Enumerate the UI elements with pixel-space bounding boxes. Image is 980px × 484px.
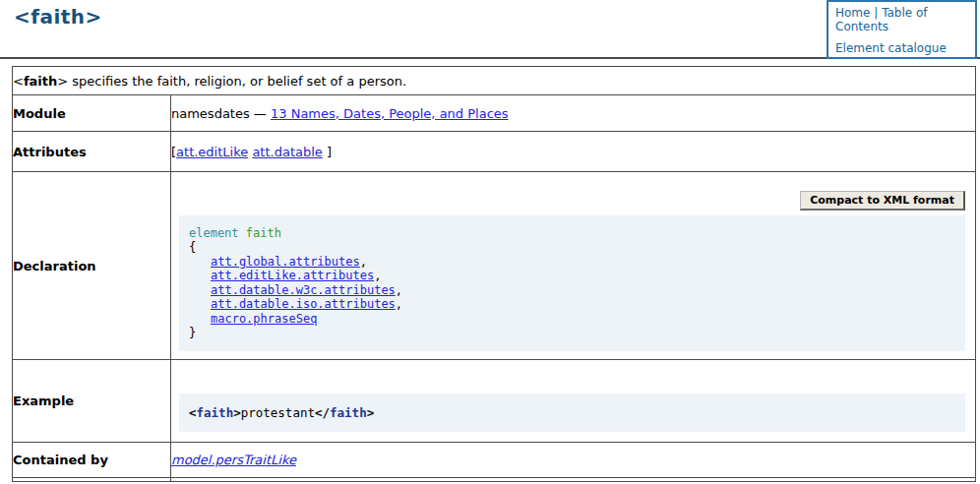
gi-close-bracket: >	[57, 74, 68, 89]
nav-box: Home | Table of Contents Element catalog…	[827, 0, 977, 59]
module-chapter-link[interactable]: 13 Names, Dates, People, and Places	[271, 106, 509, 121]
example-content-cell: <faith>protestant</faith>	[171, 360, 976, 443]
code-member-line: att.datable.iso.attributes,	[189, 297, 955, 312]
nav-home-link[interactable]: Home	[835, 6, 870, 20]
code-line-element: element faith	[189, 226, 955, 241]
attribute-class-link-datable[interactable]: att.datable	[252, 145, 322, 159]
code-element-name: faith	[246, 226, 281, 240]
nav-separator: |	[874, 6, 878, 20]
declaration-member-link[interactable]: att.datable.w3c.attributes	[211, 283, 396, 297]
code-close-brace: }	[189, 326, 955, 340]
declaration-toolbar: Compact to XML format	[171, 191, 965, 211]
next-row-value-cell	[171, 478, 976, 482]
nav-element-catalogue-link[interactable]: Element catalogue	[835, 41, 947, 55]
declaration-content-cell: Compact to XML format element faith { at…	[171, 172, 976, 360]
module-value-cell: namesdates — 13 Names, Dates, People, an…	[171, 95, 976, 132]
next-row-label-cell	[13, 478, 171, 482]
attribute-class-link-editlike[interactable]: att.editLike	[176, 145, 248, 159]
code-member-line: att.global.attributes,	[189, 255, 955, 270]
contained-by-value-cell: model.persTraitLike	[171, 443, 976, 478]
attributes-row: Attributes [att.editLike att.datable ]	[13, 132, 976, 172]
element-name-gi: <faith>	[13, 74, 68, 89]
module-label: Module	[13, 95, 171, 132]
declaration-members: att.global.attributes,att.editLike.attri…	[189, 255, 955, 327]
declaration-code-box: element faith { att.global.attributes,at…	[179, 215, 965, 351]
xml-endtag-name: faith	[330, 405, 367, 420]
contained-by-label: Contained by	[13, 443, 171, 478]
code-keyword: element	[189, 226, 239, 240]
declaration-member-link[interactable]: macro.phraseSeq	[211, 312, 317, 326]
gi-open-bracket: <	[13, 74, 24, 89]
page-header: <faith> Home | Table of Contents Element…	[0, 0, 980, 59]
declaration-member-link[interactable]: att.global.attributes	[211, 255, 360, 269]
example-code-box: <faith>protestant</faith>	[179, 393, 965, 432]
example-row: Example <faith>protestant</faith>	[13, 360, 976, 443]
attributes-value-cell: [att.editLike att.datable ]	[171, 132, 976, 172]
module-name: namesdates —	[171, 106, 271, 121]
xml-open-bracket: <	[189, 405, 197, 420]
code-member-line: macro.phraseSeq	[189, 312, 955, 327]
declaration-member-link[interactable]: att.editLike.attributes	[211, 269, 374, 282]
example-label: Example	[13, 360, 171, 443]
xml-endtag-close: >	[367, 405, 375, 420]
code-member-line: att.datable.w3c.attributes,	[189, 283, 955, 298]
description-row: <faith> specifies the faith, religion, o…	[13, 67, 976, 95]
declaration-member-link[interactable]: att.datable.iso.attributes	[211, 297, 396, 311]
nav-line-2: Element catalogue	[835, 41, 969, 55]
xml-tag-name: faith	[197, 405, 234, 420]
description-cell: <faith> specifies the faith, religion, o…	[13, 67, 976, 95]
contained-by-row: Contained by model.persTraitLike	[13, 443, 976, 478]
next-row-partial	[13, 478, 976, 482]
attributes-label: Attributes	[13, 132, 171, 172]
xml-text-content: protestant	[241, 405, 315, 420]
nav-line-1: Home | Table of Contents	[835, 6, 969, 33]
declaration-row: Declaration Compact to XML format elemen…	[13, 172, 976, 360]
gi-name: faith	[24, 74, 57, 89]
code-member-line: att.editLike.attributes,	[189, 269, 955, 283]
description-text: specifies the faith, religion, or belief…	[68, 74, 406, 89]
model-class-link[interactable]: model.persTraitLike	[171, 453, 296, 467]
declaration-label: Declaration	[13, 172, 171, 360]
code-open-brace: {	[189, 240, 955, 255]
xml-close-bracket: >	[233, 405, 241, 420]
xml-endtag-open: </	[315, 405, 330, 420]
element-spec-table: <faith> specifies the faith, religion, o…	[12, 66, 976, 482]
compact-to-xml-button[interactable]: Compact to XML format	[800, 191, 965, 211]
module-row: Module namesdates — 13 Names, Dates, Peo…	[13, 95, 976, 132]
attributes-close-bracket: ]	[327, 145, 332, 159]
